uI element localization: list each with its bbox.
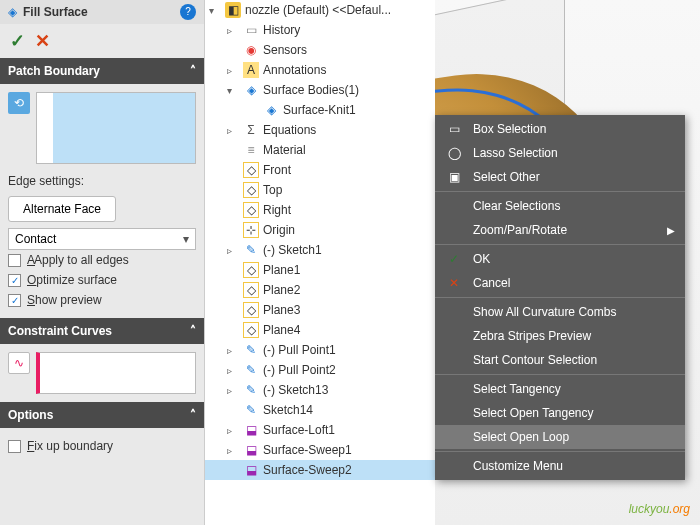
expander-icon[interactable]: ▹ [227,345,239,356]
tree-item[interactable]: ◇Front [205,160,435,180]
tree-item[interactable]: ◇Top [205,180,435,200]
tree-label: Plane4 [263,323,300,337]
expander-icon[interactable]: ▾ [227,85,239,96]
menu-icon: ✓ [445,252,463,266]
tree-item[interactable]: ⬓Surface-Sweep2 [205,460,435,480]
menu-item[interactable]: Start Contour Selection [435,348,685,372]
patch-body: ⟲ Edge settings: Alternate Face Contact … [0,84,204,318]
alternate-face-button[interactable]: Alternate Face [8,196,116,222]
edge-selection-list[interactable] [36,92,196,164]
separator [435,451,685,452]
sketch-icon: ✎ [243,382,259,398]
menu-item[interactable]: Select Tangency [435,377,685,401]
tree-item[interactable]: ▹⬓Surface-Loft1 [205,420,435,440]
apply-all-label: AApply to all edges [27,253,129,267]
expander-icon[interactable]: ▹ [227,25,239,36]
plane-icon: ◇ [243,182,259,198]
loft-icon: ⬓ [243,442,259,458]
menu-label: Zoom/Pan/Rotate [473,223,567,237]
tree-item[interactable]: ⊹Origin [205,220,435,240]
tree-item[interactable]: ▹✎(-) Sketch1 [205,240,435,260]
tree-item[interactable]: ▹✎(-) Pull Point2 [205,360,435,380]
tree-item[interactable]: ▾◈Surface Bodies(1) [205,80,435,100]
tree-label: Surface-Sweep2 [263,463,352,477]
fixup-row[interactable]: Fix up boundary [8,436,196,456]
tree-item[interactable]: ◇Plane1 [205,260,435,280]
menu-item[interactable]: Zebra Stripes Preview [435,324,685,348]
tree-item[interactable]: ≡Material [205,140,435,160]
menu-item[interactable]: Customize Menu [435,454,685,478]
ok-icon[interactable]: ✓ [10,30,25,52]
menu-item[interactable]: Select Open Loop [435,425,685,449]
expander-icon[interactable]: ▹ [227,385,239,396]
expander-icon[interactable]: ▹ [227,365,239,376]
plane-icon: ◇ [243,282,259,298]
menu-item[interactable]: ▣Select Other [435,165,685,189]
tree-item[interactable]: ✎Sketch14 [205,400,435,420]
show-preview-label: Show preview [27,293,102,307]
section-constraint-curves[interactable]: Constraint Curves ˄ [0,318,204,344]
menu-item[interactable]: ✕Cancel [435,271,685,295]
tree-root[interactable]: ▾ ◧ nozzle (Default) <<Defaul... [205,0,435,20]
tree-item[interactable]: ▹✎(-) Sketch13 [205,380,435,400]
tree-item[interactable]: ◈Surface-Knit1 [205,100,435,120]
optimize-row[interactable]: Optimize surface [8,270,196,290]
tree-item[interactable]: ▹AAnnotations [205,60,435,80]
apply-all-row[interactable]: AApply to all edges [8,250,196,270]
surf-icon: ◈ [263,102,279,118]
expander-icon[interactable]: ▹ [227,125,239,136]
optimize-label: Optimize surface [27,273,117,287]
section-options[interactable]: Options ˄ [0,402,204,428]
panel-title-bar: ◈ Fill Surface ? [0,0,204,24]
tree-item[interactable]: ▹▭History [205,20,435,40]
tree-label: Surface Bodies(1) [263,83,359,97]
expander-icon[interactable]: ▹ [227,425,239,436]
part-icon: ◧ [225,2,241,18]
tree-item[interactable]: ▹⬓Surface-Sweep1 [205,440,435,460]
section-patch-boundary[interactable]: Patch Boundary ˄ [0,58,204,84]
curve-selection-list[interactable] [36,352,196,394]
menu-item[interactable]: ▭Box Selection [435,117,685,141]
tree-item[interactable]: ◇Plane4 [205,320,435,340]
tree-item[interactable]: ◉Sensors [205,40,435,60]
checkbox-icon[interactable] [8,440,21,453]
checkbox-icon[interactable] [8,274,21,287]
tree-label: Equations [263,123,316,137]
menu-label: Select Open Loop [473,430,569,444]
menu-item[interactable]: Show All Curvature Combs [435,300,685,324]
expander-icon[interactable]: ▹ [227,65,239,76]
expander-icon[interactable]: ▹ [227,445,239,456]
chevron-down-icon: ▾ [183,232,189,246]
curve-selection-icon[interactable]: ∿ [8,352,30,374]
tree-label: Surface-Knit1 [283,103,356,117]
tree-label: Plane1 [263,263,300,277]
menu-item[interactable]: Clear Selections [435,194,685,218]
help-icon[interactable]: ? [180,4,196,20]
curvature-combo[interactable]: Contact ▾ [8,228,196,250]
tree-label: Annotations [263,63,326,77]
tree-item[interactable]: ◇Right [205,200,435,220]
tree-item[interactable]: ◇Plane2 [205,280,435,300]
menu-label: Box Selection [473,122,546,136]
menu-item[interactable]: Zoom/Pan/Rotate▶ [435,218,685,242]
expander-icon[interactable]: ▾ [209,5,221,16]
menu-item[interactable]: Select Open Tangency [435,401,685,425]
tree-item[interactable]: ◇Plane3 [205,300,435,320]
tree-item[interactable]: ▹✎(-) Pull Point1 [205,340,435,360]
menu-item[interactable]: ✓OK [435,247,685,271]
tree-item[interactable]: ▹ΣEquations [205,120,435,140]
feature-tree[interactable]: ▾ ◧ nozzle (Default) <<Defaul... ▹▭Histo… [205,0,435,525]
checkbox-icon[interactable] [8,294,21,307]
menu-item[interactable]: ◯Lasso Selection [435,141,685,165]
tree-label: Plane2 [263,283,300,297]
cancel-icon[interactable]: ✕ [35,30,50,52]
expander-icon[interactable]: ▹ [227,245,239,256]
tree-label: (-) Sketch1 [263,243,322,257]
edge-selection-icon[interactable]: ⟲ [8,92,30,114]
property-panel: ◈ Fill Surface ? ✓ ✕ Patch Boundary ˄ ⟲ … [0,0,205,525]
context-menu[interactable]: ▭Box Selection◯Lasso Selection▣Select Ot… [435,115,685,480]
anno-icon: A [243,62,259,78]
menu-icon: ▭ [445,122,463,136]
checkbox-icon[interactable] [8,254,21,267]
show-preview-row[interactable]: Show preview [8,290,196,310]
